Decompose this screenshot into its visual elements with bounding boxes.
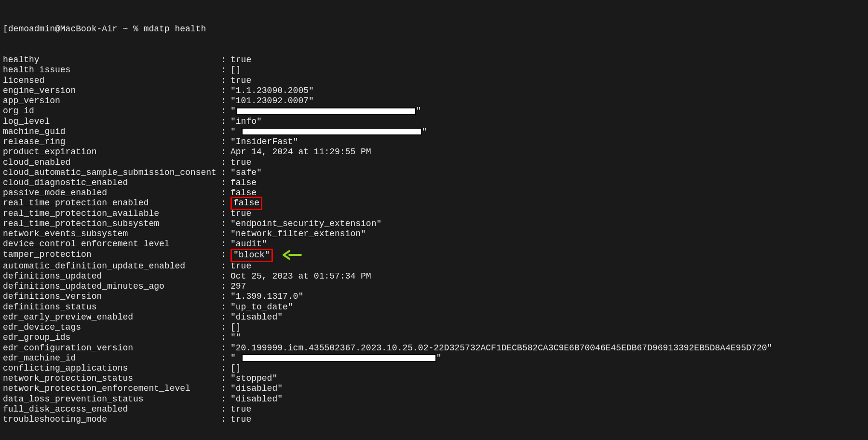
- output-row: troubleshooting_mode:true: [3, 414, 865, 425]
- output-key: definitions_status: [3, 302, 221, 312]
- output-key: edr_configuration_version: [3, 343, 221, 353]
- output-key: full_disk_access_enabled: [3, 404, 221, 414]
- output-row: tamper_protection:"block": [3, 250, 865, 261]
- colon-separator: :: [221, 76, 231, 86]
- redaction-bar: [242, 128, 422, 135]
- colon-separator: :: [221, 188, 231, 198]
- colon-separator: :: [221, 353, 231, 363]
- output-row: real_time_protection_available:true: [3, 209, 865, 219]
- output-row: definitions_status:"up_to_date": [3, 302, 865, 312]
- colon-separator: :: [221, 65, 231, 75]
- output-row: health_issues:[]: [3, 65, 865, 75]
- output-value: "20.199999.icm.435502367.2023.10.25.02-2…: [231, 343, 865, 353]
- output-row: network_protection_enforcement_level:"di…: [3, 384, 865, 394]
- output-row: conflicting_applications:[]: [3, 363, 865, 373]
- output-row: edr_device_tags:[]: [3, 322, 865, 333]
- output-value: Oct 25, 2023 at 01:57:34 PM: [231, 271, 865, 281]
- output-value: "1.399.1317.0": [231, 292, 865, 302]
- colon-separator: :: [221, 86, 231, 96]
- output-row: cloud_automatic_sample_submission_consen…: [3, 168, 865, 178]
- colon-separator: :: [221, 363, 231, 373]
- output-key: definitions_updated_minutes_ago: [3, 281, 221, 292]
- output-row: network_protection_status:"stopped": [3, 373, 865, 384]
- output-value: false: [231, 198, 865, 208]
- output-key: edr_machine_id: [3, 353, 221, 363]
- output-row: healthy:true: [3, 55, 865, 65]
- colon-separator: :: [221, 333, 231, 343]
- output-key: real_time_protection_enabled: [3, 198, 221, 208]
- output-row: definitions_version:"1.399.1317.0": [3, 292, 865, 302]
- output-key: network_protection_enforcement_level: [3, 384, 221, 394]
- highlight-box: false: [231, 197, 262, 210]
- output-value: true: [231, 261, 865, 271]
- output-row: real_time_protection_enabled:false: [3, 198, 865, 208]
- output-row: cloud_diagnostic_enabled:false: [3, 178, 865, 188]
- arrow-left-icon: [281, 249, 302, 261]
- output-row: network_events_subsystem:"network_filter…: [3, 229, 865, 239]
- colon-separator: :: [221, 229, 231, 239]
- output-value: "": [231, 106, 865, 116]
- output-value: "safe": [231, 168, 865, 178]
- colon-separator: :: [221, 373, 231, 384]
- output-row: machine_guid:"": [3, 127, 865, 137]
- output-key: device_control_enforcement_level: [3, 239, 221, 249]
- output-row: log_level:"info": [3, 117, 865, 127]
- terminal-output[interactable]: [demoadmin@MacBook-Air ~ % mdatp health …: [0, 0, 868, 440]
- output-row: release_ring:"InsiderFast": [3, 137, 865, 147]
- output-value: "": [231, 353, 865, 363]
- output-value: "": [231, 333, 865, 343]
- output-row: licensed:true: [3, 76, 865, 86]
- colon-separator: :: [221, 292, 231, 302]
- redacted-trail: ": [436, 353, 442, 363]
- colon-separator: :: [221, 239, 231, 249]
- colon-separator: :: [221, 158, 231, 168]
- output-value: "stopped": [231, 373, 865, 384]
- output-row: edr_configuration_version:"20.199999.icm…: [3, 343, 865, 353]
- colon-separator: :: [221, 271, 231, 281]
- redaction-bar: [242, 354, 436, 362]
- output-value: true: [231, 209, 865, 219]
- colon-separator: :: [221, 281, 231, 292]
- output-key: log_level: [3, 117, 221, 127]
- output-value: true: [231, 76, 865, 86]
- output-value: "disabled": [231, 312, 865, 322]
- output-row: edr_machine_id:"": [3, 353, 865, 363]
- output-key: real_time_protection_available: [3, 209, 221, 219]
- output-row: edr_group_ids:"": [3, 333, 865, 343]
- colon-separator: :: [221, 414, 231, 425]
- output-value: false: [231, 178, 865, 188]
- colon-separator: :: [221, 178, 231, 188]
- output-key: network_events_subsystem: [3, 229, 221, 239]
- redacted-lead: ": [231, 127, 236, 136]
- colon-separator: :: [221, 55, 231, 65]
- output-key: release_ring: [3, 137, 221, 147]
- colon-separator: :: [221, 198, 231, 208]
- colon-separator: :: [221, 322, 231, 333]
- output-value: []: [231, 322, 865, 333]
- output-row: data_loss_prevention_status:"disabled": [3, 394, 865, 404]
- output-value: true: [231, 55, 865, 65]
- output-key: cloud_diagnostic_enabled: [3, 178, 221, 188]
- output-key: edr_group_ids: [3, 333, 221, 343]
- output-value: "disabled": [231, 394, 865, 404]
- colon-separator: :: [221, 219, 231, 229]
- colon-separator: :: [221, 404, 231, 414]
- colon-separator: :: [221, 384, 231, 394]
- colon-separator: :: [221, 96, 231, 106]
- output-key: passive_mode_enabled: [3, 188, 221, 198]
- output-row: full_disk_access_enabled:true: [3, 404, 865, 414]
- colon-separator: :: [221, 261, 231, 271]
- colon-separator: :: [221, 127, 231, 137]
- output-key: real_time_protection_subsystem: [3, 219, 221, 229]
- output-value: true: [231, 414, 865, 425]
- output-value: []: [231, 65, 865, 75]
- colon-separator: :: [221, 343, 231, 353]
- redacted-trail: ": [422, 127, 427, 136]
- output-key: healthy: [3, 55, 221, 65]
- output-key: definitions_updated: [3, 271, 221, 281]
- output-key: cloud_enabled: [3, 158, 221, 168]
- redacted-trail: ": [416, 106, 421, 116]
- output-value: false: [231, 188, 865, 198]
- output-value: "101.23092.0007": [231, 96, 865, 106]
- output-value: "up_to_date": [231, 302, 865, 312]
